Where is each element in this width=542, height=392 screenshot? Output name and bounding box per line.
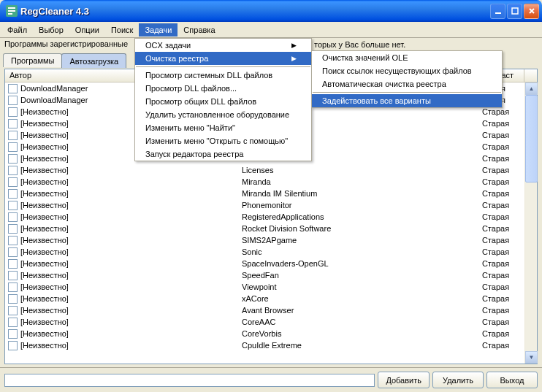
row-checkbox[interactable] [8, 306, 18, 315]
cell-author: [Неизвестно] [5, 247, 239, 257]
dropdown-item[interactable]: Автоматическая очистка реестра [312, 77, 502, 91]
svg-rect-5 [512, 8, 518, 14]
maximize-button[interactable] [507, 4, 522, 19]
row-checkbox[interactable] [8, 247, 18, 257]
menubar: Файл Выбор Опции Поиск Задачи Справка [0, 22, 542, 38]
cell-age: Старая [479, 236, 524, 245]
cell-age: Старая [479, 119, 524, 128]
cell-program: Viewpoint [239, 283, 479, 291]
dropdown-item[interactable]: Поиск ссылок несуществующих файлов [312, 64, 502, 77]
cell-age: Старая [479, 283, 524, 291]
table-row[interactable]: [Неизвестно]CoreAACСтарая [5, 316, 524, 328]
row-author-text: [Неизвестно] [20, 341, 69, 350]
cell-age: Старая [479, 154, 524, 163]
row-author-text: [Неизвестно] [20, 224, 69, 233]
row-checkbox[interactable] [8, 201, 18, 210]
row-checkbox[interactable] [8, 96, 18, 105]
scroll-up-arrow-icon[interactable]: ▲ [525, 82, 538, 95]
dropdown-item[interactable]: Задействовать все варианты [312, 94, 502, 107]
cell-program: CpuIdle Extreme [239, 341, 479, 350]
add-button[interactable]: Добавить [378, 372, 430, 388]
dropdown-item[interactable]: Просмотр DLL файлов... [135, 82, 311, 95]
menu-select[interactable]: Выбор [33, 23, 69, 36]
cell-author: [Неизвестно] [5, 341, 239, 350]
dropdown-item[interactable]: Удалить установленное оборудование [135, 108, 311, 121]
row-checkbox[interactable] [8, 271, 18, 280]
titlebar: RegCleaner 4.3 [0, 0, 542, 22]
table-row[interactable]: [Неизвестно]SIMS2APgameСтарая [5, 234, 524, 246]
table-row[interactable]: [Неизвестно]Avant BrowserСтарая [5, 304, 524, 316]
cell-program: CoreAAC [239, 318, 479, 326]
table-row[interactable]: [Неизвестно]RegisteredApplicationsСтарая [5, 211, 524, 223]
minimize-button[interactable] [490, 4, 505, 19]
cell-age: Старая [479, 306, 524, 315]
table-row[interactable]: [Неизвестно]Miranda IM SilentiumСтарая [5, 188, 524, 199]
table-row[interactable]: [Неизвестно]MirandaСтарая [5, 176, 524, 188]
row-checkbox[interactable] [8, 294, 18, 304]
menu-search[interactable]: Поиск [105, 23, 139, 36]
row-checkbox[interactable] [8, 166, 18, 175]
row-checkbox[interactable] [8, 189, 18, 199]
table-row[interactable]: [Неизвестно]PhonemonitorСтарая [5, 199, 524, 211]
table-row[interactable]: [Неизвестно]Rocket Division SoftwareСтар… [5, 223, 524, 234]
scroll-down-arrow-icon[interactable]: ▼ [525, 351, 538, 364]
progress-bar [4, 374, 375, 387]
dropdown-item[interactable]: Изменить меню "Найти" [135, 121, 311, 134]
cell-program: SIMS2APgame [239, 236, 479, 245]
row-checkbox[interactable] [8, 177, 18, 187]
menu-file[interactable]: Файл [1, 23, 33, 36]
table-row[interactable]: [Неизвестно]SpeedFanСтарая [5, 269, 524, 281]
row-checkbox[interactable] [8, 224, 18, 234]
row-checkbox[interactable] [8, 259, 18, 269]
cell-author: [Неизвестно] [5, 177, 239, 187]
row-author-text: [Неизвестно] [20, 271, 69, 280]
table-row[interactable]: [Неизвестно]CoreVorbisСтарая [5, 328, 524, 339]
row-checkbox[interactable] [8, 84, 18, 93]
row-checkbox[interactable] [8, 341, 18, 350]
exit-button[interactable]: Выход [486, 372, 538, 388]
row-checkbox[interactable] [8, 107, 18, 117]
tab-autostart[interactable]: Автозагрузка [61, 53, 126, 68]
vertical-scrollbar[interactable]: ▲ ▼ [524, 82, 537, 364]
table-row[interactable]: [Неизвестно]SpaceInvaders-OpenGLСтарая [5, 258, 524, 269]
table-row[interactable]: [Неизвестно]CpuIdle ExtremeСтарая [5, 339, 524, 351]
app-icon [6, 5, 18, 17]
cell-program: RegisteredApplications [239, 212, 479, 221]
row-checkbox[interactable] [8, 154, 18, 164]
dropdown-item[interactable]: Просмотр общих DLL файлов [135, 95, 311, 108]
dropdown-item[interactable]: OCX задачи▶ [135, 39, 311, 52]
dropdown-item-label: Автоматическая очистка реестра [322, 80, 446, 88]
table-row[interactable]: [Неизвестно]xACoreСтарая [5, 293, 524, 304]
dropdown-item[interactable]: Очистка реестра▶ [135, 52, 311, 65]
dropdown-item[interactable]: Изменить меню "Открыть с помощью" [135, 134, 311, 147]
row-checkbox[interactable] [8, 131, 18, 140]
row-checkbox[interactable] [8, 119, 18, 128]
tab-programs[interactable]: Программы [3, 53, 62, 67]
registry-clean-submenu: Очистка значений OLEПоиск ссылок несущес… [311, 50, 503, 108]
cell-program: Sonic [239, 247, 479, 256]
dropdown-item-label: Очистка реестра [145, 54, 208, 63]
table-row[interactable]: [Неизвестно]SonicСтарая [5, 246, 524, 258]
menu-options[interactable]: Опции [69, 23, 105, 36]
close-button[interactable] [524, 4, 539, 19]
scroll-thumb[interactable] [525, 95, 538, 182]
dropdown-item[interactable]: Просмотр системных DLL файлов [135, 69, 311, 82]
row-author-text: [Неизвестно] [20, 107, 69, 116]
menu-help[interactable]: Справка [178, 23, 221, 36]
table-row[interactable]: [Неизвестно]LicensesСтарая [5, 164, 524, 176]
row-author-text: [Неизвестно] [20, 306, 69, 315]
row-checkbox[interactable] [8, 212, 18, 222]
column-scroll-spacer [524, 69, 537, 82]
tasks-dropdown: OCX задачи▶Очистка реестра▶Просмотр сист… [134, 38, 312, 161]
menu-tasks[interactable]: Задачи [139, 23, 178, 36]
dropdown-item[interactable]: Очистка значений OLE [312, 51, 502, 64]
dropdown-item[interactable]: Запуск редактора реестра [135, 147, 311, 161]
dropdown-item-label: Просмотр DLL файлов... [145, 84, 237, 93]
row-checkbox[interactable] [8, 329, 18, 339]
row-checkbox[interactable] [8, 318, 18, 327]
row-checkbox[interactable] [8, 283, 18, 292]
row-checkbox[interactable] [8, 142, 18, 152]
row-checkbox[interactable] [8, 236, 18, 245]
table-row[interactable]: [Неизвестно]ViewpointСтарая [5, 281, 524, 293]
remove-button[interactable]: Удалить [432, 372, 484, 388]
